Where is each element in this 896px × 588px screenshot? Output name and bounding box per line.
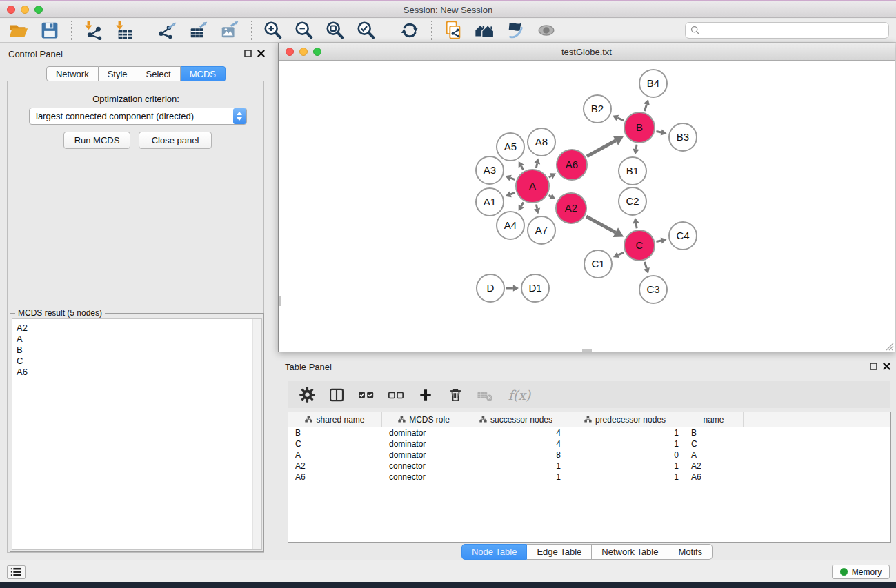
graph-node-A1[interactable]: A1 xyxy=(476,188,504,216)
table-cell[interactable]: 1 xyxy=(566,472,684,483)
export-table-button[interactable] xyxy=(187,19,210,41)
export-image-button[interactable] xyxy=(218,19,241,41)
graph-node-A[interactable]: A xyxy=(516,170,549,203)
float-panel-icon[interactable] xyxy=(870,363,877,370)
graph-node-B2[interactable]: B2 xyxy=(584,95,611,123)
memory-button[interactable]: Memory xyxy=(832,565,890,579)
table-cell[interactable]: 1 xyxy=(466,460,566,472)
table-cell[interactable]: 1 xyxy=(566,438,684,449)
graph-node-C1[interactable]: C1 xyxy=(584,250,612,278)
graph-node-D1[interactable]: D1 xyxy=(521,274,549,302)
graph-node-B4[interactable]: B4 xyxy=(639,70,667,97)
table-settings-button[interactable] xyxy=(297,385,317,405)
search-input[interactable] xyxy=(704,25,884,37)
graph-node-A4[interactable]: A4 xyxy=(497,212,524,239)
tab-node-table[interactable]: Node Table xyxy=(461,544,528,560)
table-cell[interactable]: A6 xyxy=(288,472,382,483)
close-panel-icon[interactable] xyxy=(257,50,265,57)
select-all-columns-button[interactable] xyxy=(356,385,377,405)
graph-node-C2[interactable]: C2 xyxy=(619,187,646,215)
tab-mcds[interactable]: MCDS xyxy=(181,66,226,81)
column-header-mcds-role[interactable]: MCDS role xyxy=(382,412,466,427)
list-item[interactable]: A xyxy=(12,334,261,345)
graph-node-D[interactable]: D xyxy=(477,274,504,302)
close-panel-button[interactable]: Close panel xyxy=(139,132,212,149)
list-item[interactable]: A2 xyxy=(12,323,261,334)
table-cell[interactable]: 1 xyxy=(566,460,684,472)
table-cell[interactable]: 1 xyxy=(466,472,566,483)
table-cell[interactable]: 0 xyxy=(566,449,684,460)
table-cell[interactable]: dominator xyxy=(382,449,466,460)
table-cell[interactable]: A xyxy=(288,449,382,460)
table-row[interactable]: Adominator80A xyxy=(288,449,890,460)
table-cell[interactable]: B xyxy=(288,427,382,438)
graph-node-A2[interactable]: A2 xyxy=(556,193,586,223)
graph-node-B[interactable]: B xyxy=(624,112,655,143)
refresh-view-button[interactable] xyxy=(398,19,421,41)
zoom-out-button[interactable] xyxy=(292,19,316,41)
table-cell[interactable]: connector xyxy=(382,472,466,483)
table-cell[interactable]: C xyxy=(288,438,382,449)
tab-style[interactable]: Style xyxy=(99,66,137,81)
column-header-successor-nodes[interactable]: successor nodes xyxy=(466,412,566,427)
table-row[interactable]: A2connector11A2 xyxy=(288,460,890,472)
tab-select[interactable]: Select xyxy=(137,66,181,81)
hide-annotations-button[interactable] xyxy=(504,19,527,41)
tab-motifs[interactable]: Motifs xyxy=(668,544,713,560)
column-header-name[interactable]: name xyxy=(684,412,744,427)
graph-node-A7[interactable]: A7 xyxy=(528,216,555,244)
clone-network-button[interactable] xyxy=(441,19,465,41)
first-neighbors-button[interactable] xyxy=(472,19,496,41)
network-window-titlebar[interactable]: testGlobe.txt xyxy=(279,43,895,61)
create-column-button[interactable] xyxy=(415,385,436,405)
table-cell[interactable]: 4 xyxy=(466,438,566,449)
graph-node-C4[interactable]: C4 xyxy=(669,222,697,250)
table-cell[interactable]: A xyxy=(684,449,744,460)
export-network-button[interactable] xyxy=(156,19,179,41)
open-file-button[interactable] xyxy=(7,19,30,41)
graph-node-A5[interactable]: A5 xyxy=(497,133,524,161)
task-history-button[interactable] xyxy=(7,565,26,579)
close-panel-icon[interactable] xyxy=(883,363,890,370)
table-cell[interactable]: dominator xyxy=(382,438,466,449)
zoom-selected-button[interactable] xyxy=(355,19,378,41)
table-row[interactable]: Bdominator41B xyxy=(288,427,890,438)
graph-node-A3[interactable]: A3 xyxy=(476,156,504,184)
show-column-panel-button[interactable] xyxy=(326,385,347,405)
show-hide-button[interactable] xyxy=(535,19,558,41)
float-panel-icon[interactable] xyxy=(244,50,252,57)
canvas-horizontal-scroll-nub[interactable] xyxy=(582,349,592,352)
save-session-button[interactable] xyxy=(38,19,61,41)
column-header-shared-name[interactable]: shared name xyxy=(288,412,382,427)
table-row[interactable]: Cdominator41C xyxy=(288,438,890,449)
table-cell[interactable]: 1 xyxy=(566,427,684,438)
column-header-predecessor-nodes[interactable]: predecessor nodes xyxy=(566,412,684,427)
table-cell[interactable]: 8 xyxy=(466,449,566,460)
list-item[interactable]: B xyxy=(12,345,261,356)
import-table-button[interactable] xyxy=(112,19,136,41)
run-mcds-button[interactable]: Run MCDS xyxy=(63,132,130,149)
canvas-vertical-scroll-nub[interactable] xyxy=(279,296,281,306)
table-cell[interactable]: B xyxy=(684,427,744,438)
deselect-all-columns-button[interactable] xyxy=(386,385,406,405)
table-cell[interactable]: dominator xyxy=(382,427,466,438)
tab-edge-table[interactable]: Edge Table xyxy=(527,544,592,560)
result-list-scrollbar[interactable] xyxy=(252,319,261,549)
delete-table-button[interactable] xyxy=(475,385,495,405)
table-cell[interactable]: A2 xyxy=(288,460,382,472)
graph-node-A6[interactable]: A6 xyxy=(557,150,587,180)
graph-node-A8[interactable]: A8 xyxy=(528,128,555,156)
tab-network[interactable]: Network xyxy=(46,66,99,81)
network-canvas[interactable]: B4B2BB3A8A5A6A3B1AA1C2A2A4A7C4CC1C3DD1 xyxy=(279,61,895,352)
table-cell[interactable]: A2 xyxy=(684,460,744,472)
graph-node-B3[interactable]: B3 xyxy=(669,123,697,151)
tab-network-table[interactable]: Network Table xyxy=(592,544,668,560)
optimization-select[interactable]: largest connected component (directed) xyxy=(29,108,247,125)
table-cell[interactable]: C xyxy=(684,438,744,449)
table-cell[interactable]: 4 xyxy=(466,427,566,438)
graph-node-C3[interactable]: C3 xyxy=(639,276,667,303)
table-row[interactable]: A6connector11A6 xyxy=(288,472,890,483)
zoom-fit-button[interactable] xyxy=(323,19,347,41)
resize-grip[interactable] xyxy=(884,341,894,351)
graph-node-C[interactable]: C xyxy=(624,230,655,261)
